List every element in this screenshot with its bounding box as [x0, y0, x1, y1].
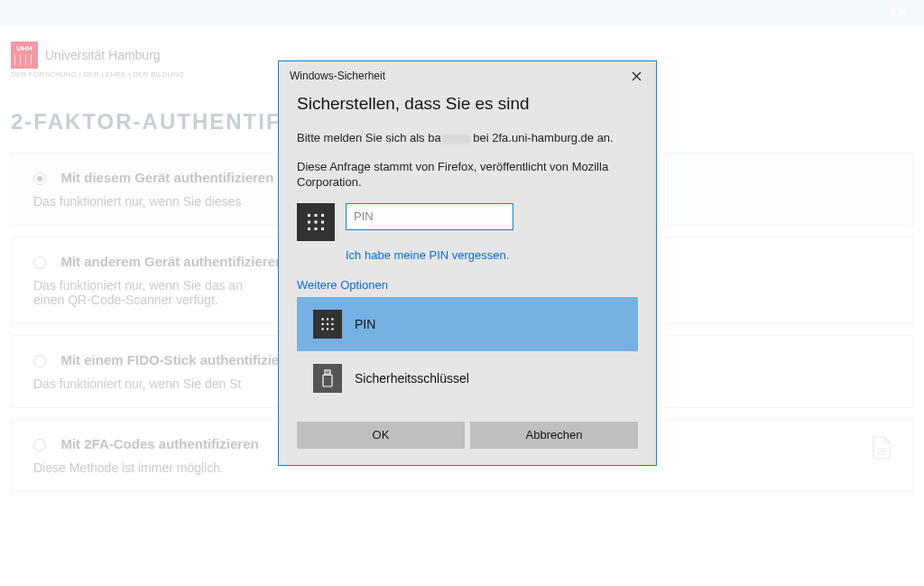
svg-rect-11	[308, 228, 310, 230]
option-security-key[interactable]: Sicherheitsschlüssel	[297, 351, 638, 405]
option-pin-label: PIN	[355, 317, 375, 331]
dialog-signin-text: Bitte melden Sie sich als ba bei 2fa.uni…	[297, 130, 638, 146]
radio-icon	[33, 439, 46, 451]
brand-tagline: DER FORSCHUNG | DER LEHRE | DER BILDUNG	[11, 70, 184, 79]
svg-rect-10	[321, 220, 324, 223]
option-pin[interactable]: PIN	[297, 297, 638, 351]
signin-suffix: bei 2fa.uni-hamburg.de an.	[470, 131, 614, 144]
close-button[interactable]	[627, 67, 645, 85]
svg-rect-13	[321, 228, 324, 230]
svg-rect-20	[321, 328, 323, 330]
usb-key-icon	[313, 364, 342, 393]
svg-rect-7	[321, 214, 324, 217]
ok-button[interactable]: OK	[297, 422, 465, 449]
svg-rect-15	[327, 318, 328, 320]
usb-key-icon-svg	[321, 369, 334, 387]
svg-rect-22	[331, 328, 333, 330]
redacted-user	[441, 135, 470, 144]
cancel-button[interactable]: Abbrechen	[470, 422, 638, 449]
svg-rect-24	[327, 371, 328, 373]
radio-icon	[33, 172, 46, 185]
more-options-label: Weitere Optionen	[297, 278, 638, 292]
brand-logo: UHH	[11, 42, 38, 69]
svg-rect-23	[325, 370, 330, 375]
svg-rect-21	[327, 328, 328, 330]
keypad-icon-svg	[320, 317, 335, 331]
top-banner: EN	[0, 0, 924, 25]
document-icon	[873, 436, 891, 460]
option-title: Mit diesem Gerät authentifizieren	[60, 170, 273, 185]
svg-rect-18	[327, 323, 328, 325]
option-title: Mit einem FIDO-Stick authentifiziere	[60, 352, 291, 367]
brand-logo-block: UHH Universität Hamburg DER FORSCHUNG | …	[11, 42, 184, 79]
keypad-icon-svg	[306, 212, 326, 232]
svg-rect-17	[321, 323, 323, 325]
radio-icon	[33, 355, 46, 367]
forgot-pin-link[interactable]: Ich habe meine PIN vergessen.	[346, 248, 638, 262]
radio-icon	[33, 256, 46, 269]
close-icon	[632, 71, 642, 81]
keypad-icon	[297, 203, 335, 241]
windows-security-dialog: Windows-Sicherheit Sicherstellen, dass S…	[278, 60, 657, 466]
pin-input[interactable]	[346, 203, 513, 230]
keypad-icon	[313, 310, 342, 339]
dialog-origin-text: Diese Anfrage stammt von Firefox, veröff…	[297, 159, 638, 191]
option-title: Mit anderem Gerät authentifizieren (	[60, 254, 291, 269]
dialog-title: Sicherstellen, dass Sie es sind	[297, 94, 638, 114]
svg-rect-9	[315, 220, 318, 223]
svg-rect-26	[323, 375, 332, 386]
svg-rect-6	[315, 214, 318, 217]
svg-rect-8	[308, 220, 310, 223]
svg-rect-14	[321, 318, 323, 320]
svg-rect-5	[308, 214, 310, 217]
option-title: Mit 2FA-Codes authentifizieren	[60, 436, 258, 451]
dialog-window-title: Windows-Sicherheit	[290, 70, 385, 82]
svg-rect-16	[331, 318, 333, 320]
dialog-titlebar: Windows-Sicherheit	[279, 61, 656, 90]
svg-rect-19	[331, 323, 333, 325]
lang-switch[interactable]: EN	[890, 6, 906, 19]
option-key-label: Sicherheitsschlüssel	[355, 371, 469, 386]
signin-prefix: Bitte melden Sie sich als ba	[297, 131, 441, 144]
svg-rect-12	[315, 228, 318, 230]
brand-name: Universität Hamburg	[45, 48, 161, 62]
svg-rect-25	[328, 371, 329, 373]
